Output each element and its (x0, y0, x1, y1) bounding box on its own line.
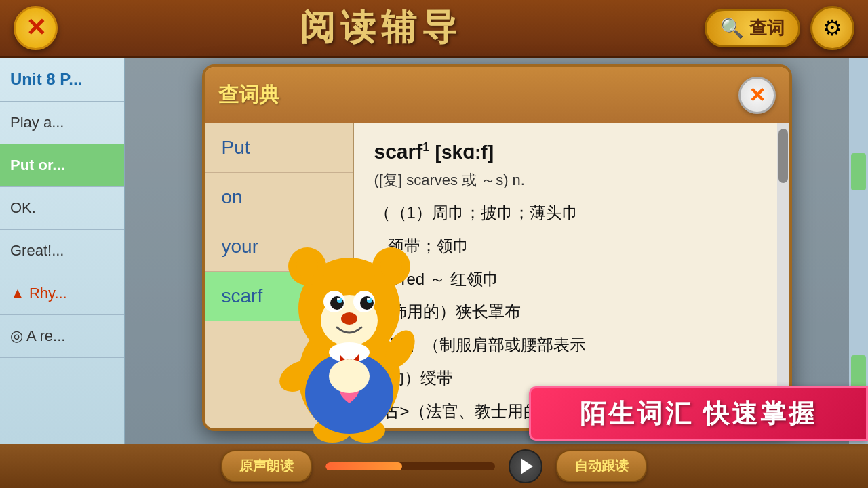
score-bar-1 (851, 153, 866, 190)
audio-progress-bar[interactable] (326, 462, 495, 470)
sidebar-item-a-re[interactable]: ◎ A re... (0, 315, 124, 358)
word-item-put[interactable]: Put (205, 123, 353, 173)
sidebar-item-unit-header[interactable]: Unit 8 P... (0, 58, 124, 102)
svg-point-25 (329, 359, 370, 393)
dict-pronunciation: [skɑ:f] (435, 142, 494, 163)
dict-word-title: scarf1 [skɑ:f] (374, 140, 757, 163)
top-bar: ✕ 阅读辅导 🔍 查词 ⚙ (0, 0, 868, 58)
dictionary-scrollbar-thumb (778, 129, 788, 183)
svg-point-14 (360, 296, 374, 310)
dictionary-scrollbar[interactable] (777, 123, 789, 428)
sidebar-item-rhyme[interactable]: ▲ Rhy... (0, 272, 124, 315)
audio-progress-fill (326, 462, 402, 470)
dictionary-title: 查词典 (218, 81, 279, 109)
dictionary-close-icon: ✕ (749, 83, 766, 107)
close-button[interactable]: ✕ (14, 6, 58, 50)
svg-point-19 (341, 312, 357, 325)
sidebar-item-play[interactable]: Play a... (0, 102, 124, 144)
svg-point-18 (367, 298, 370, 300)
gear-icon: ⚙ (823, 15, 842, 41)
original-audio-button[interactable]: 原声朗读 (221, 450, 312, 482)
promo-text: 陌生词汇 快速掌握 (580, 396, 818, 431)
auto-follow-button[interactable]: 自动跟读 (556, 450, 647, 482)
gear-button[interactable]: ⚙ (810, 6, 854, 50)
svg-point-13 (330, 296, 344, 310)
search-icon: 🔍 (720, 17, 744, 39)
dict-plural: ([复] scarves 或 ～s) n. (374, 169, 757, 191)
svg-point-9 (380, 256, 402, 277)
sidebar-item-put-or[interactable]: Put or... (0, 144, 124, 187)
sidebar: Unit 8 P... Play a... Put or... OK. Grea… (0, 58, 125, 488)
search-button[interactable]: 🔍 查词 (705, 9, 800, 47)
dictionary-header: 查词典 ✕ (205, 67, 789, 123)
svg-point-8 (296, 256, 318, 277)
main-background: ✕ 阅读辅导 🔍 查词 ⚙ Unit 8 P... Play a... Put … (0, 0, 868, 488)
close-icon: ✕ (26, 16, 46, 40)
sidebar-item-ok[interactable]: OK. (0, 187, 124, 230)
bear-mascot (261, 220, 437, 451)
top-right-buttons: 🔍 查词 ⚙ (705, 6, 854, 50)
play-icon (521, 458, 533, 474)
word-item-on[interactable]: on (205, 173, 353, 222)
promo-banner: 陌生词汇 快速掌握 (529, 386, 868, 441)
dictionary-close-button[interactable]: ✕ (738, 77, 776, 114)
sidebar-item-great[interactable]: Great!... (0, 230, 124, 272)
app-title: 阅读辅导 (300, 4, 462, 52)
play-button[interactable] (509, 449, 542, 483)
bear-svg (261, 220, 437, 451)
search-label: 查词 (749, 16, 785, 40)
svg-point-17 (337, 298, 340, 300)
